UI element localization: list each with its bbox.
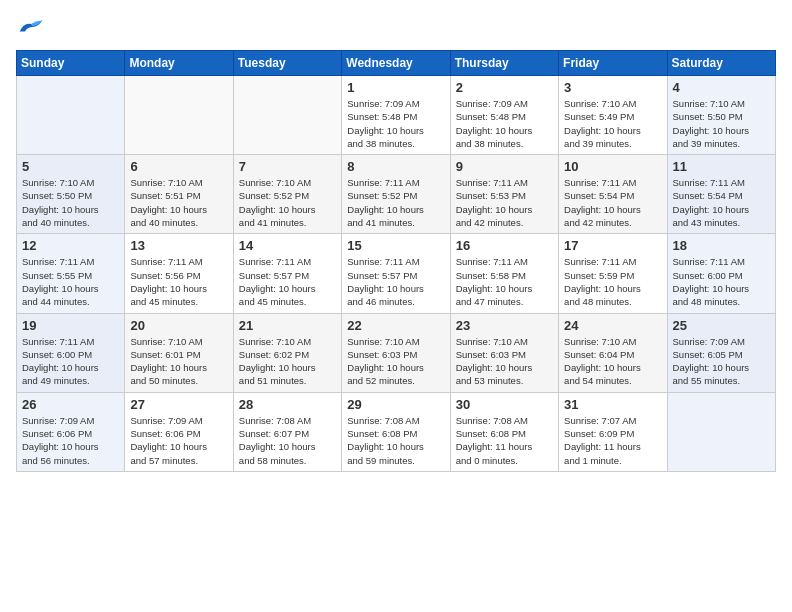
day-info: Sunrise: 7:11 AM Sunset: 5:57 PM Dayligh… [239,255,336,308]
day-info: Sunrise: 7:11 AM Sunset: 6:00 PM Dayligh… [673,255,770,308]
calendar-cell: 10Sunrise: 7:11 AM Sunset: 5:54 PM Dayli… [559,155,667,234]
day-number: 26 [22,397,119,412]
day-number: 5 [22,159,119,174]
calendar-table: SundayMondayTuesdayWednesdayThursdayFrid… [16,50,776,472]
calendar-cell: 25Sunrise: 7:09 AM Sunset: 6:05 PM Dayli… [667,313,775,392]
weekday-header-thursday: Thursday [450,51,558,76]
day-number: 11 [673,159,770,174]
calendar-cell: 13Sunrise: 7:11 AM Sunset: 5:56 PM Dayli… [125,234,233,313]
calendar-cell: 2Sunrise: 7:09 AM Sunset: 5:48 PM Daylig… [450,76,558,155]
day-number: 19 [22,318,119,333]
day-number: 21 [239,318,336,333]
day-info: Sunrise: 7:11 AM Sunset: 5:52 PM Dayligh… [347,176,444,229]
calendar-cell: 4Sunrise: 7:10 AM Sunset: 5:50 PM Daylig… [667,76,775,155]
calendar-cell [17,76,125,155]
logo [16,16,52,38]
day-info: Sunrise: 7:08 AM Sunset: 6:07 PM Dayligh… [239,414,336,467]
weekday-header-row: SundayMondayTuesdayWednesdayThursdayFrid… [17,51,776,76]
calendar-cell: 31Sunrise: 7:07 AM Sunset: 6:09 PM Dayli… [559,392,667,471]
calendar-cell: 24Sunrise: 7:10 AM Sunset: 6:04 PM Dayli… [559,313,667,392]
calendar-cell [233,76,341,155]
day-number: 9 [456,159,553,174]
calendar-cell: 20Sunrise: 7:10 AM Sunset: 6:01 PM Dayli… [125,313,233,392]
weekday-header-monday: Monday [125,51,233,76]
day-info: Sunrise: 7:10 AM Sunset: 6:02 PM Dayligh… [239,335,336,388]
calendar-cell: 17Sunrise: 7:11 AM Sunset: 5:59 PM Dayli… [559,234,667,313]
calendar-cell: 3Sunrise: 7:10 AM Sunset: 5:49 PM Daylig… [559,76,667,155]
day-number: 25 [673,318,770,333]
day-number: 23 [456,318,553,333]
day-info: Sunrise: 7:11 AM Sunset: 5:53 PM Dayligh… [456,176,553,229]
day-info: Sunrise: 7:10 AM Sunset: 5:50 PM Dayligh… [673,97,770,150]
day-info: Sunrise: 7:07 AM Sunset: 6:09 PM Dayligh… [564,414,661,467]
day-number: 14 [239,238,336,253]
day-info: Sunrise: 7:09 AM Sunset: 5:48 PM Dayligh… [347,97,444,150]
calendar-cell: 29Sunrise: 7:08 AM Sunset: 6:08 PM Dayli… [342,392,450,471]
day-number: 28 [239,397,336,412]
logo-bird-icon [16,16,46,38]
calendar-cell: 15Sunrise: 7:11 AM Sunset: 5:57 PM Dayli… [342,234,450,313]
calendar-cell: 28Sunrise: 7:08 AM Sunset: 6:07 PM Dayli… [233,392,341,471]
day-number: 10 [564,159,661,174]
day-info: Sunrise: 7:10 AM Sunset: 6:03 PM Dayligh… [347,335,444,388]
day-info: Sunrise: 7:11 AM Sunset: 5:54 PM Dayligh… [564,176,661,229]
day-info: Sunrise: 7:08 AM Sunset: 6:08 PM Dayligh… [347,414,444,467]
day-info: Sunrise: 7:11 AM Sunset: 5:58 PM Dayligh… [456,255,553,308]
day-info: Sunrise: 7:11 AM Sunset: 5:55 PM Dayligh… [22,255,119,308]
day-info: Sunrise: 7:10 AM Sunset: 6:03 PM Dayligh… [456,335,553,388]
day-info: Sunrise: 7:10 AM Sunset: 5:51 PM Dayligh… [130,176,227,229]
calendar-cell [667,392,775,471]
day-number: 8 [347,159,444,174]
weekday-header-sunday: Sunday [17,51,125,76]
calendar-cell: 16Sunrise: 7:11 AM Sunset: 5:58 PM Dayli… [450,234,558,313]
page-header [16,16,776,38]
weekday-header-tuesday: Tuesday [233,51,341,76]
calendar-cell: 5Sunrise: 7:10 AM Sunset: 5:50 PM Daylig… [17,155,125,234]
day-number: 20 [130,318,227,333]
weekday-header-friday: Friday [559,51,667,76]
calendar-cell: 9Sunrise: 7:11 AM Sunset: 5:53 PM Daylig… [450,155,558,234]
day-number: 17 [564,238,661,253]
calendar-cell: 23Sunrise: 7:10 AM Sunset: 6:03 PM Dayli… [450,313,558,392]
day-info: Sunrise: 7:11 AM Sunset: 5:56 PM Dayligh… [130,255,227,308]
day-number: 1 [347,80,444,95]
day-number: 4 [673,80,770,95]
day-info: Sunrise: 7:09 AM Sunset: 6:06 PM Dayligh… [22,414,119,467]
day-info: Sunrise: 7:10 AM Sunset: 6:01 PM Dayligh… [130,335,227,388]
day-number: 2 [456,80,553,95]
day-info: Sunrise: 7:11 AM Sunset: 6:00 PM Dayligh… [22,335,119,388]
week-row-4: 19Sunrise: 7:11 AM Sunset: 6:00 PM Dayli… [17,313,776,392]
day-number: 15 [347,238,444,253]
day-number: 13 [130,238,227,253]
day-number: 31 [564,397,661,412]
day-info: Sunrise: 7:09 AM Sunset: 5:48 PM Dayligh… [456,97,553,150]
day-number: 29 [347,397,444,412]
day-info: Sunrise: 7:11 AM Sunset: 5:59 PM Dayligh… [564,255,661,308]
day-number: 24 [564,318,661,333]
calendar-cell: 11Sunrise: 7:11 AM Sunset: 5:54 PM Dayli… [667,155,775,234]
calendar-cell: 18Sunrise: 7:11 AM Sunset: 6:00 PM Dayli… [667,234,775,313]
day-info: Sunrise: 7:09 AM Sunset: 6:05 PM Dayligh… [673,335,770,388]
day-number: 6 [130,159,227,174]
calendar-cell: 27Sunrise: 7:09 AM Sunset: 6:06 PM Dayli… [125,392,233,471]
day-number: 30 [456,397,553,412]
calendar-cell: 1Sunrise: 7:09 AM Sunset: 5:48 PM Daylig… [342,76,450,155]
day-number: 3 [564,80,661,95]
day-info: Sunrise: 7:10 AM Sunset: 5:50 PM Dayligh… [22,176,119,229]
calendar-cell: 30Sunrise: 7:08 AM Sunset: 6:08 PM Dayli… [450,392,558,471]
calendar-cell: 12Sunrise: 7:11 AM Sunset: 5:55 PM Dayli… [17,234,125,313]
calendar-cell: 26Sunrise: 7:09 AM Sunset: 6:06 PM Dayli… [17,392,125,471]
day-info: Sunrise: 7:10 AM Sunset: 6:04 PM Dayligh… [564,335,661,388]
day-info: Sunrise: 7:08 AM Sunset: 6:08 PM Dayligh… [456,414,553,467]
calendar-cell [125,76,233,155]
day-number: 7 [239,159,336,174]
day-number: 16 [456,238,553,253]
calendar-cell: 21Sunrise: 7:10 AM Sunset: 6:02 PM Dayli… [233,313,341,392]
calendar-cell: 8Sunrise: 7:11 AM Sunset: 5:52 PM Daylig… [342,155,450,234]
day-info: Sunrise: 7:11 AM Sunset: 5:57 PM Dayligh… [347,255,444,308]
week-row-5: 26Sunrise: 7:09 AM Sunset: 6:06 PM Dayli… [17,392,776,471]
week-row-1: 1Sunrise: 7:09 AM Sunset: 5:48 PM Daylig… [17,76,776,155]
day-number: 12 [22,238,119,253]
calendar-cell: 6Sunrise: 7:10 AM Sunset: 5:51 PM Daylig… [125,155,233,234]
weekday-header-wednesday: Wednesday [342,51,450,76]
